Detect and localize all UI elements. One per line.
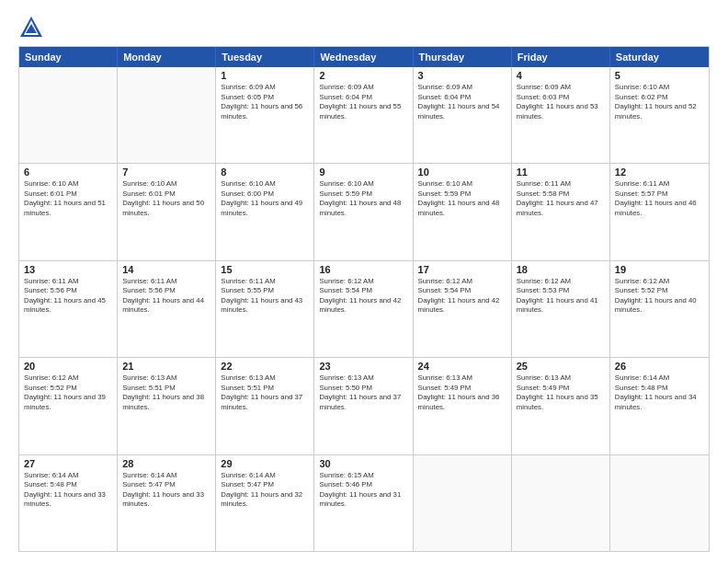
cell-info: Sunrise: 6:12 AM Sunset: 5:52 PM Dayligh… [615, 277, 704, 316]
cell-info: Sunrise: 6:15 AM Sunset: 5:46 PM Dayligh… [319, 471, 407, 510]
day-number: 15 [221, 264, 309, 275]
day-number: 3 [418, 70, 506, 81]
calendar-cell: 5Sunrise: 6:10 AM Sunset: 6:02 PM Daylig… [610, 67, 709, 163]
cell-info: Sunrise: 6:10 AM Sunset: 6:00 PM Dayligh… [221, 179, 309, 218]
calendar-cell: 20Sunrise: 6:12 AM Sunset: 5:52 PM Dayli… [19, 358, 118, 454]
calendar-cell: 7Sunrise: 6:10 AM Sunset: 6:01 PM Daylig… [118, 164, 216, 259]
calendar-cell: 25Sunrise: 6:13 AM Sunset: 5:49 PM Dayli… [512, 358, 610, 454]
calendar-cell: 2Sunrise: 6:09 AM Sunset: 6:04 PM Daylig… [314, 67, 413, 163]
logo [18, 15, 48, 40]
cell-info: Sunrise: 6:10 AM Sunset: 6:02 PM Dayligh… [615, 83, 704, 121]
cell-info: Sunrise: 6:10 AM Sunset: 6:01 PM Dayligh… [24, 179, 112, 218]
calendar-cell: 16Sunrise: 6:12 AM Sunset: 5:54 PM Dayli… [314, 261, 413, 357]
cell-info: Sunrise: 6:09 AM Sunset: 6:03 PM Dayligh… [517, 83, 605, 121]
calendar-cell: 3Sunrise: 6:09 AM Sunset: 6:04 PM Daylig… [414, 67, 512, 163]
calendar-cell [512, 455, 610, 551]
calendar-cell [414, 455, 512, 551]
header-day-sunday: Sunday [19, 47, 118, 67]
day-number: 17 [418, 264, 506, 275]
calendar-body: 1Sunrise: 6:09 AM Sunset: 6:05 PM Daylig… [19, 67, 709, 551]
day-number: 6 [24, 167, 112, 178]
calendar-cell: 11Sunrise: 6:11 AM Sunset: 5:58 PM Dayli… [512, 164, 610, 259]
calendar-cell: 14Sunrise: 6:11 AM Sunset: 5:56 PM Dayli… [118, 261, 216, 357]
day-number: 26 [615, 361, 704, 372]
day-number: 29 [221, 458, 309, 469]
cell-info: Sunrise: 6:11 AM Sunset: 5:56 PM Dayligh… [122, 277, 210, 316]
calendar-cell: 23Sunrise: 6:13 AM Sunset: 5:50 PM Dayli… [314, 358, 413, 454]
cell-info: Sunrise: 6:13 AM Sunset: 5:49 PM Dayligh… [517, 373, 605, 412]
calendar-cell: 4Sunrise: 6:09 AM Sunset: 6:03 PM Daylig… [512, 67, 610, 163]
calendar-week-5: 27Sunrise: 6:14 AM Sunset: 5:48 PM Dayli… [19, 454, 709, 551]
calendar-cell: 10Sunrise: 6:10 AM Sunset: 5:59 PM Dayli… [414, 164, 512, 259]
day-number: 4 [517, 70, 605, 81]
day-number: 7 [122, 167, 210, 178]
calendar-week-1: 1Sunrise: 6:09 AM Sunset: 6:05 PM Daylig… [19, 67, 709, 163]
calendar-cell: 1Sunrise: 6:09 AM Sunset: 6:05 PM Daylig… [216, 67, 314, 163]
calendar-cell: 21Sunrise: 6:13 AM Sunset: 5:51 PM Dayli… [118, 358, 216, 454]
calendar-cell: 13Sunrise: 6:11 AM Sunset: 5:56 PM Dayli… [19, 261, 118, 357]
day-number: 21 [122, 361, 210, 372]
calendar-cell: 29Sunrise: 6:14 AM Sunset: 5:47 PM Dayli… [216, 455, 314, 551]
day-number: 30 [319, 458, 407, 469]
day-number: 12 [615, 167, 704, 178]
logo-icon [18, 15, 44, 40]
cell-info: Sunrise: 6:13 AM Sunset: 5:51 PM Dayligh… [221, 373, 309, 412]
calendar-cell [610, 455, 709, 551]
calendar-cell: 18Sunrise: 6:12 AM Sunset: 5:53 PM Dayli… [512, 261, 610, 357]
cell-info: Sunrise: 6:12 AM Sunset: 5:52 PM Dayligh… [24, 373, 112, 412]
day-number: 9 [319, 167, 407, 178]
cell-info: Sunrise: 6:12 AM Sunset: 5:54 PM Dayligh… [418, 277, 506, 316]
day-number: 23 [319, 361, 407, 372]
calendar-week-2: 6Sunrise: 6:10 AM Sunset: 6:01 PM Daylig… [19, 163, 709, 259]
calendar-cell [118, 67, 216, 163]
calendar-week-4: 20Sunrise: 6:12 AM Sunset: 5:52 PM Dayli… [19, 357, 709, 454]
day-number: 16 [319, 264, 407, 275]
day-number: 22 [221, 361, 309, 372]
header-day-saturday: Saturday [610, 47, 709, 67]
day-number: 13 [24, 264, 112, 275]
calendar-cell: 27Sunrise: 6:14 AM Sunset: 5:48 PM Dayli… [19, 455, 118, 551]
cell-info: Sunrise: 6:10 AM Sunset: 5:59 PM Dayligh… [418, 179, 506, 218]
header [18, 15, 710, 40]
cell-info: Sunrise: 6:12 AM Sunset: 5:54 PM Dayligh… [319, 277, 407, 316]
calendar-cell: 26Sunrise: 6:14 AM Sunset: 5:48 PM Dayli… [610, 358, 709, 454]
cell-info: Sunrise: 6:13 AM Sunset: 5:49 PM Dayligh… [418, 373, 506, 412]
day-number: 2 [319, 70, 407, 81]
cell-info: Sunrise: 6:10 AM Sunset: 6:01 PM Dayligh… [122, 179, 210, 218]
calendar-cell: 22Sunrise: 6:13 AM Sunset: 5:51 PM Dayli… [216, 358, 314, 454]
cell-info: Sunrise: 6:09 AM Sunset: 6:04 PM Dayligh… [319, 83, 407, 121]
day-number: 27 [24, 458, 112, 469]
cell-info: Sunrise: 6:13 AM Sunset: 5:51 PM Dayligh… [122, 373, 210, 412]
header-day-wednesday: Wednesday [314, 47, 413, 67]
calendar-cell: 15Sunrise: 6:11 AM Sunset: 5:55 PM Dayli… [216, 261, 314, 357]
day-number: 24 [418, 361, 506, 372]
header-day-thursday: Thursday [414, 47, 512, 67]
cell-info: Sunrise: 6:14 AM Sunset: 5:48 PM Dayligh… [24, 471, 112, 510]
cell-info: Sunrise: 6:12 AM Sunset: 5:53 PM Dayligh… [517, 277, 605, 316]
cell-info: Sunrise: 6:11 AM Sunset: 5:58 PM Dayligh… [517, 179, 605, 218]
day-number: 11 [517, 167, 605, 178]
calendar-cell: 24Sunrise: 6:13 AM Sunset: 5:49 PM Dayli… [414, 358, 512, 454]
calendar-cell: 30Sunrise: 6:15 AM Sunset: 5:46 PM Dayli… [314, 455, 413, 551]
cell-info: Sunrise: 6:11 AM Sunset: 5:57 PM Dayligh… [615, 179, 704, 218]
day-number: 20 [24, 361, 112, 372]
calendar-cell: 8Sunrise: 6:10 AM Sunset: 6:00 PM Daylig… [216, 164, 314, 259]
day-number: 28 [122, 458, 210, 469]
header-day-friday: Friday [512, 47, 610, 67]
cell-info: Sunrise: 6:14 AM Sunset: 5:48 PM Dayligh… [615, 373, 704, 412]
calendar-cell: 19Sunrise: 6:12 AM Sunset: 5:52 PM Dayli… [610, 261, 709, 357]
cell-info: Sunrise: 6:11 AM Sunset: 5:56 PM Dayligh… [24, 277, 112, 316]
cell-info: Sunrise: 6:14 AM Sunset: 5:47 PM Dayligh… [221, 471, 309, 510]
calendar-header: SundayMondayTuesdayWednesdayThursdayFrid… [19, 47, 709, 67]
day-number: 19 [615, 264, 704, 275]
day-number: 5 [615, 70, 704, 81]
header-day-monday: Monday [118, 47, 216, 67]
calendar-cell: 17Sunrise: 6:12 AM Sunset: 5:54 PM Dayli… [414, 261, 512, 357]
calendar-cell: 9Sunrise: 6:10 AM Sunset: 5:59 PM Daylig… [314, 164, 413, 259]
cell-info: Sunrise: 6:09 AM Sunset: 6:05 PM Dayligh… [221, 83, 309, 121]
cell-info: Sunrise: 6:10 AM Sunset: 5:59 PM Dayligh… [319, 179, 407, 218]
calendar: SundayMondayTuesdayWednesdayThursdayFrid… [18, 46, 710, 552]
calendar-cell: 6Sunrise: 6:10 AM Sunset: 6:01 PM Daylig… [19, 164, 118, 259]
calendar-week-3: 13Sunrise: 6:11 AM Sunset: 5:56 PM Dayli… [19, 260, 709, 357]
day-number: 8 [221, 167, 309, 178]
